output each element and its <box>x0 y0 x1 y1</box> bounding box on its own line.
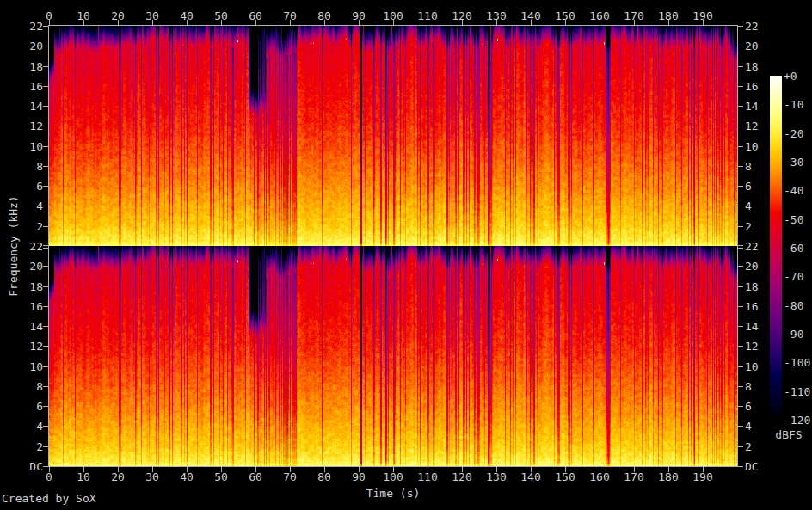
freq-tick-label: 4 <box>745 200 767 212</box>
freq-tick-label: 2 <box>21 441 43 452</box>
freq-tick-label: 18 <box>745 61 767 72</box>
time-tick-label: 90 <box>341 10 376 22</box>
colorbar-tick-label: -10 <box>784 99 812 110</box>
freq-tick-label: 18 <box>21 61 43 72</box>
freq-tick <box>738 245 743 246</box>
freq-tick-label: 20 <box>745 261 767 272</box>
freq-tick <box>43 466 48 467</box>
freq-tick <box>43 306 48 307</box>
freq-tick <box>738 206 743 206</box>
freq-tick-label: 10 <box>21 361 43 372</box>
time-tick-label: 20 <box>101 471 135 482</box>
freq-tick <box>738 286 743 287</box>
freq-tick <box>738 446 743 447</box>
freq-tick <box>43 366 48 367</box>
freq-tick <box>738 146 743 147</box>
time-tick-label: 30 <box>135 10 169 22</box>
freq-tick-label: 20 <box>21 261 43 272</box>
time-tick-label: 80 <box>307 10 341 22</box>
time-tick-label: 110 <box>410 471 445 482</box>
colorbar-tick-label: -90 <box>784 329 812 340</box>
plot-border-right <box>737 25 738 467</box>
freq-tick <box>738 248 743 249</box>
freq-tick <box>738 126 743 126</box>
freq-tick-label: 22 <box>21 241 43 252</box>
freq-tick-label: 12 <box>21 120 43 132</box>
freq-tick <box>43 248 48 249</box>
freq-tick-label: 10 <box>21 141 43 152</box>
time-tick-label: 150 <box>548 10 582 22</box>
freq-tick-label: 8 <box>745 381 767 392</box>
freq-tick-label: 16 <box>21 301 43 312</box>
freq-tick <box>738 426 743 427</box>
credit-text: Created by SoX <box>2 492 96 505</box>
colorbar-tick-label: -70 <box>784 271 812 282</box>
colorbar-tick-label: -110 <box>784 386 812 397</box>
freq-tick-label: 12 <box>745 341 767 352</box>
freq-tick-label: 14 <box>745 101 767 112</box>
freq-tick-label: 10 <box>745 361 767 372</box>
colorbar-tick-label: -20 <box>784 128 812 139</box>
time-tick-label: 10 <box>66 471 101 482</box>
freq-tick <box>43 326 48 327</box>
spectrogram-canvas <box>49 26 737 466</box>
colorbar-tick-label: -80 <box>784 300 812 311</box>
time-tick-label: 140 <box>514 471 548 482</box>
freq-tick-label: 8 <box>745 161 767 172</box>
freq-tick-label: 6 <box>21 401 43 412</box>
freq-tick-label: 22 <box>745 241 767 252</box>
freq-tick <box>738 266 743 267</box>
freq-tick-label: 2 <box>745 441 767 452</box>
time-tick-label: 120 <box>445 471 479 482</box>
freq-tick-label: 14 <box>21 101 43 112</box>
time-tick-label: 130 <box>479 471 514 482</box>
freq-tick <box>43 226 48 227</box>
freq-tick <box>43 286 48 287</box>
freq-tick <box>43 186 48 187</box>
freq-tick-label: 18 <box>745 281 767 292</box>
freq-axis-title: Frequency (kHz) <box>7 195 20 296</box>
time-tick-label: 40 <box>169 471 204 482</box>
freq-tick-label: 14 <box>745 321 767 332</box>
colorbar-tick-label: -30 <box>784 157 812 168</box>
colorbar-title: dBFS <box>774 428 803 441</box>
freq-tick <box>738 46 743 46</box>
freq-tick <box>738 466 743 467</box>
freq-tick <box>738 106 743 107</box>
time-tick-label: 150 <box>548 471 582 482</box>
freq-tick-label: 12 <box>21 341 43 352</box>
colorbar-tick-label: -50 <box>784 214 812 225</box>
time-tick-label: 130 <box>479 10 514 22</box>
freq-tick-label: 20 <box>745 40 767 52</box>
freq-tick <box>43 146 48 147</box>
freq-tick <box>738 306 743 307</box>
time-axis-title: Time (s) <box>341 487 445 500</box>
freq-tick-label: 4 <box>21 421 43 432</box>
colorbar-tick-label: -120 <box>784 415 812 426</box>
freq-tick-label: 6 <box>745 181 767 192</box>
plot-border-top <box>48 25 738 26</box>
time-tick-label: 120 <box>445 10 479 22</box>
freq-tick-label: 22 <box>21 21 43 32</box>
time-tick-label: 140 <box>514 10 548 22</box>
time-tick-label: 40 <box>169 10 204 22</box>
colorbar-tick-label: +0 <box>784 71 812 82</box>
freq-tick <box>43 126 48 126</box>
freq-tick <box>738 346 743 347</box>
freq-tick <box>738 226 743 227</box>
freq-tick-label: 20 <box>21 40 43 52</box>
freq-tick-label: 18 <box>21 281 43 292</box>
freq-tick-label: 8 <box>21 381 43 392</box>
freq-tick <box>43 386 48 387</box>
freq-tick <box>43 346 48 347</box>
freq-tick <box>43 66 48 67</box>
time-tick-label: 190 <box>686 471 720 482</box>
freq-tick <box>738 26 743 27</box>
time-tick-label: 100 <box>376 471 410 482</box>
time-tick-label: 30 <box>135 471 169 482</box>
plot-border-left <box>48 25 49 467</box>
freq-tick-label: 4 <box>21 200 43 212</box>
time-tick-label: 70 <box>273 471 307 482</box>
freq-tick <box>43 106 48 107</box>
freq-tick-label: 14 <box>21 321 43 332</box>
